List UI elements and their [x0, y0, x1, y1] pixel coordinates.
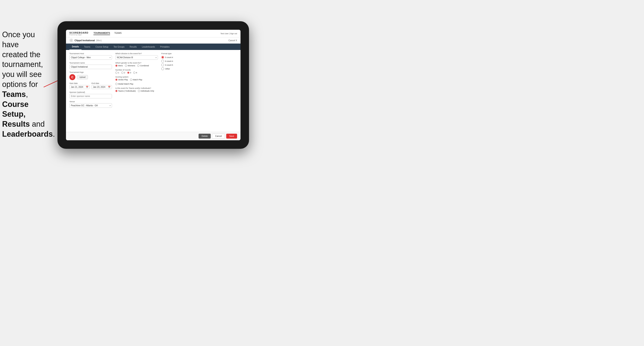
format-6count5-radio[interactable]	[161, 64, 164, 66]
form-area: Tournament Host Clippd College - Men Tou…	[66, 50, 240, 132]
nav-tournaments[interactable]: TOURNAMENTS	[94, 32, 110, 35]
gender-womens[interactable]: Womens	[125, 65, 135, 67]
tournament-tag: (Men)	[96, 39, 102, 42]
gender-womens-radio[interactable]	[125, 65, 127, 67]
gender-mens[interactable]: Mens	[115, 65, 123, 67]
scoring-stroke-radio[interactable]	[115, 79, 118, 81]
gender-radio-group: Mens Womens Combined	[115, 65, 158, 67]
rounds-4-radio[interactable]	[133, 72, 135, 74]
end-date-label: End date	[92, 82, 112, 84]
tablet-device: SCOREBOARD Powered by clippd TOURNAMENTS…	[58, 21, 249, 149]
tab-tee-groups[interactable]: Tee Groups	[111, 44, 127, 50]
division-label: Which division is the event for?	[115, 52, 158, 55]
division-select-wrapper: NCAA Division III	[115, 55, 158, 60]
format-5count4[interactable]: 5 count 4	[161, 56, 237, 59]
top-nav: SCOREBOARD Powered by clippd TOURNAMENTS…	[66, 30, 240, 37]
start-date-input[interactable]: Jan 21, 2024 📅	[70, 85, 90, 89]
venue-select[interactable]: Peachtree GC - Atlanta - GA	[70, 103, 112, 108]
rounds-2[interactable]: 2	[121, 72, 125, 74]
tournament-logo-group: Tournament logo C Upload	[70, 71, 112, 80]
format-type-label: Format type	[161, 52, 237, 55]
scoring-medal[interactable]: Medal Match Play	[115, 83, 134, 85]
format-type-section: Format type 5 count 4 6 count 4 6 count …	[161, 52, 237, 70]
teams-radio-group: Teams (+Individuals) Individuals Only	[115, 90, 158, 92]
tab-teams[interactable]: Teams	[82, 44, 93, 50]
logo-title: SCOREBOARD	[70, 31, 88, 34]
scoring-match[interactable]: Match Play	[130, 79, 142, 81]
rounds-2-radio[interactable]	[121, 72, 124, 74]
rounds-label: Number of rounds	[115, 69, 158, 71]
format-6count5[interactable]: 6 count 5	[161, 64, 237, 66]
tournament-host-select[interactable]: Clippd College - Men	[70, 55, 112, 60]
gender-mens-radio[interactable]	[115, 65, 118, 67]
end-date-value: Jan 23, 2024	[93, 86, 105, 88]
scoring-medal-radio[interactable]	[115, 83, 118, 85]
nav-logo: SCOREBOARD Powered by clippd	[70, 31, 88, 36]
sponsor-input[interactable]	[70, 94, 112, 98]
gender-group: Which gender is the event for? Mens Wome…	[115, 62, 158, 67]
nav-teams[interactable]: TEAMS	[114, 32, 122, 35]
nav-links: TOURNAMENTS TEAMS	[94, 32, 122, 35]
division-select[interactable]: NCAA Division III	[115, 55, 158, 60]
tournament-host-label: Tournament Host	[70, 52, 112, 55]
logo-area: C Upload	[70, 74, 112, 80]
individuals-only[interactable]: Individuals Only	[138, 90, 154, 92]
sub-tabs: Details Teams Course Setup Tee Groups Re…	[66, 44, 240, 50]
venue-select-wrapper: Peachtree GC - Atlanta - GA	[70, 103, 112, 108]
sponsor-group: Sponsor (optional)	[70, 91, 112, 98]
rounds-3-radio[interactable]	[127, 72, 130, 74]
format-6count4[interactable]: 6 count 4	[161, 60, 237, 62]
rounds-radio-group: 1 2 3 4	[115, 72, 158, 74]
format-5count4-radio[interactable]	[161, 56, 164, 59]
format-other[interactable]: Other	[161, 67, 237, 70]
form-col-right: Format type 5 count 4 6 count 4 6 count …	[161, 52, 237, 129]
cancel-x-button[interactable]: Cancel X	[228, 39, 237, 42]
format-6count4-radio[interactable]	[161, 60, 164, 62]
rounds-1-radio[interactable]	[115, 72, 118, 74]
rounds-4[interactable]: 4	[133, 72, 137, 74]
nav-user[interactable]: Test User | Sign out	[220, 32, 237, 35]
logo-subtitle: Powered by clippd	[70, 34, 88, 36]
tab-course-setup[interactable]: Course Setup	[93, 44, 111, 50]
scoring-radio-group: Stroke Play Match Play Medal Match Play	[115, 79, 158, 85]
footer-bar: Delete Cancel Save	[66, 132, 240, 140]
delete-button[interactable]: Delete	[198, 134, 211, 139]
start-date-label: Start date	[70, 82, 90, 84]
teams-plus-radio[interactable]	[115, 90, 118, 92]
breadcrumb-left: C Clippd Invitational (Men)	[70, 38, 102, 42]
breadcrumb-bar: C Clippd Invitational (Men) Cancel X	[66, 37, 240, 44]
cancel-button[interactable]: Cancel	[212, 134, 225, 139]
tournament-logo-label: Tournament logo	[70, 71, 112, 73]
rounds-3[interactable]: 3	[127, 72, 131, 74]
tab-details[interactable]: Details	[70, 44, 82, 50]
individuals-only-radio[interactable]	[138, 90, 140, 92]
save-button[interactable]: Save	[226, 134, 237, 139]
tournament-name-input[interactable]	[70, 65, 112, 69]
rounds-1[interactable]: 1	[115, 72, 119, 74]
tournament-host-select-wrapper: Clippd College - Men	[70, 55, 112, 60]
tournament-name: Clippd Invitational	[74, 39, 95, 42]
gender-combined[interactable]: Combined	[137, 65, 149, 67]
calendar-icon-start: 📅	[86, 86, 88, 88]
nav-left: SCOREBOARD Powered by clippd TOURNAMENTS…	[70, 31, 122, 36]
rounds-group: Number of rounds 1 2	[115, 69, 158, 74]
scoring-group: Scoring system Stroke Play Match Play	[115, 76, 158, 85]
tab-printables[interactable]: Printables	[158, 44, 172, 50]
start-date-value: Jan 21, 2024	[71, 86, 83, 88]
scoring-stroke[interactable]: Stroke Play	[115, 79, 128, 81]
venue-group: Venue Peachtree GC - Atlanta - GA	[70, 101, 112, 108]
teams-individuals-group: Is this event for Teams and/or Individua…	[115, 87, 158, 92]
upload-button[interactable]: Upload	[77, 75, 88, 79]
form-col-mid: Which division is the event for? NCAA Di…	[115, 52, 158, 129]
scoring-match-radio[interactable]	[130, 79, 132, 81]
teams-individuals-label: Is this event for Teams and/or Individua…	[115, 87, 158, 89]
tab-results[interactable]: Results	[127, 44, 139, 50]
tournament-name-group: Tournament name	[70, 62, 112, 69]
end-date-input[interactable]: Jan 23, 2024 📅	[92, 85, 112, 89]
calendar-icon-end: 📅	[108, 86, 110, 88]
teams-plus-individuals[interactable]: Teams (+Individuals)	[115, 90, 136, 92]
format-other-radio[interactable]	[161, 67, 164, 70]
tab-leaderboards[interactable]: Leaderboards	[139, 44, 158, 50]
gender-combined-radio[interactable]	[137, 65, 140, 67]
scoring-label: Scoring system	[115, 76, 158, 78]
